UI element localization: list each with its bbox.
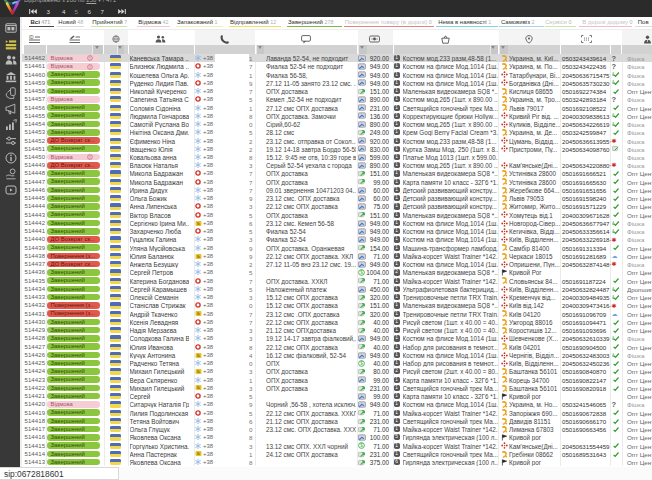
svg-text:lk: lk (197, 221, 200, 226)
svg-text:lk: lk (197, 353, 200, 358)
svg-text:lk: lk (197, 311, 200, 316)
svg-text:ID: ID (29, 35, 34, 40)
svg-text:lk: lk (197, 385, 200, 390)
svg-text:lk: lk (197, 451, 200, 456)
svg-text:lk: lk (197, 369, 200, 374)
svg-text:lk: lk (197, 254, 200, 259)
